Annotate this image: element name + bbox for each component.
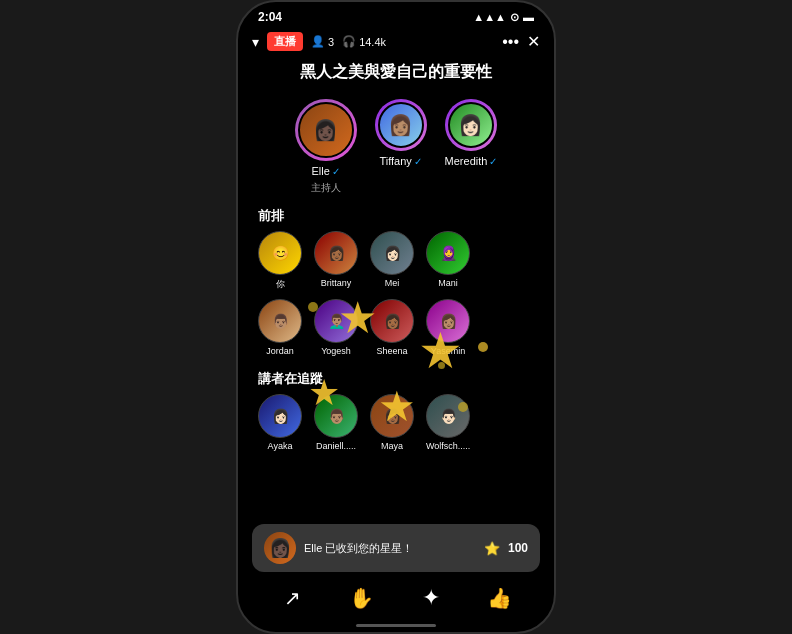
host-item-elle[interactable]: 👩🏿 Elle ✓ 主持人: [295, 99, 357, 195]
nav-bar: ▾ 直播 👤 3 🎧 14.4k ••• ✕: [238, 28, 554, 55]
notification-bar: 👩🏿 Elle 已收到您的星星！ ⭐ 100: [252, 524, 540, 572]
list-item[interactable]: 👩🏻 Ayaka: [258, 394, 302, 451]
wifi-icon: ⊙: [510, 11, 519, 24]
signal-icon: ▲▲▲: [473, 11, 506, 23]
mani-avatar: 🧕: [426, 231, 470, 275]
chevron-down-icon[interactable]: ▾: [252, 34, 259, 50]
elle-role: 主持人: [311, 181, 341, 195]
following-label: 講者在追蹤: [238, 368, 554, 394]
phone-frame: 2:04 ▲▲▲ ⊙ ▬ ▾ 直播 👤 3 🎧 14.4k ••• ✕ 黑人之美…: [236, 0, 556, 634]
list-item[interactable]: 👩🏾 Brittany: [314, 231, 358, 291]
list-item[interactable]: 👩🏾 Sheena: [370, 299, 414, 356]
title-section: 黑人之美與愛自己的重要性: [238, 55, 554, 93]
hosts-section: 👩🏿 Elle ✓ 主持人 👩🏽 Tiffany ✓: [238, 93, 554, 205]
list-item[interactable]: 🧕 Mani: [426, 231, 470, 291]
list-item[interactable]: 👨🏽 Jordan: [258, 299, 302, 356]
list-item[interactable]: 👨🏽 Daniell.....: [314, 394, 358, 451]
listener-icon: 👤: [311, 35, 325, 48]
front-row-label: 前排: [238, 205, 554, 231]
list-item[interactable]: 👨🏽‍🦱 Yogesh: [314, 299, 358, 356]
elle-avatar-container: 👩🏿: [295, 99, 357, 161]
meredith-name: Meredith ✓: [445, 155, 498, 167]
headphone-count: 🎧 14.4k: [342, 35, 386, 48]
list-item[interactable]: 😊 你: [258, 231, 302, 291]
daniell-avatar: 👨🏽: [314, 394, 358, 438]
headphone-icon: 🎧: [342, 35, 356, 48]
tiffany-name: Tiffany ✓: [379, 155, 421, 167]
listener-count: 👤 3: [311, 35, 334, 48]
list-item[interactable]: 👨🏻 Wolfsch.....: [426, 394, 470, 451]
live-badge: 直播: [267, 32, 303, 51]
front-row-2: 👨🏽 Jordan 👨🏽‍🦱 Yogesh 👩🏾 Sheena 👩🏽 Yasem…: [238, 299, 554, 364]
battery-icon: ▬: [523, 11, 534, 23]
ayaka-avatar: 👩🏻: [258, 394, 302, 438]
meredith-avatar-container: 👩🏻: [445, 99, 497, 151]
sheena-avatar: 👩🏾: [370, 299, 414, 343]
star-button[interactable]: ✦: [413, 580, 449, 616]
tiffany-avatar-container: 👩🏽: [375, 99, 427, 151]
host-item-meredith[interactable]: 👩🏻 Meredith ✓: [445, 99, 498, 195]
notification-avatar: 👩🏿: [264, 532, 296, 564]
tiffany-avatar-ring: 👩🏽: [375, 99, 427, 151]
notification-star-icon: ⭐: [484, 541, 500, 556]
status-bar: 2:04 ▲▲▲ ⊙ ▬: [238, 2, 554, 28]
elle-verified-icon: ✓: [332, 166, 340, 177]
bottom-toolbar: ↗ ✋ ✦ 👍: [238, 580, 554, 616]
jordan-avatar: 👨🏽: [258, 299, 302, 343]
share-button[interactable]: ↗: [275, 580, 311, 616]
notification-count: 100: [508, 541, 528, 555]
time: 2:04: [258, 10, 282, 24]
meredith-avatar-ring: 👩🏻: [445, 99, 497, 151]
meredith-verified-icon: ✓: [489, 156, 497, 167]
notification-text: Elle 已收到您的星星！: [304, 541, 476, 556]
raise-hand-button[interactable]: ✋: [344, 580, 380, 616]
tiffany-avatar: 👩🏽: [378, 102, 424, 148]
more-button[interactable]: •••: [502, 33, 519, 51]
yasemin-avatar: 👩🏽: [426, 299, 470, 343]
home-indicator: [356, 624, 436, 627]
elle-name: Elle ✓: [311, 165, 339, 177]
elle-avatar: 👩🏿: [298, 102, 354, 158]
meredith-avatar: 👩🏻: [448, 102, 494, 148]
mei-avatar: 👩🏻: [370, 231, 414, 275]
list-item[interactable]: 👩🏾 Maya: [370, 394, 414, 451]
following-row: 👩🏻 Ayaka 👨🏽 Daniell..... 👩🏾 Maya 👨🏻 Wolf…: [238, 394, 554, 459]
brittany-avatar: 👩🏾: [314, 231, 358, 275]
front-row-1: 😊 你 👩🏾 Brittany 👩🏻 Mei 🧕 Mani: [238, 231, 554, 299]
host-item-tiffany[interactable]: 👩🏽 Tiffany ✓: [375, 99, 427, 195]
list-item[interactable]: 👩🏻 Mei: [370, 231, 414, 291]
tiffany-verified-icon: ✓: [414, 156, 422, 167]
room-title: 黑人之美與愛自己的重要性: [258, 61, 534, 83]
yogesh-avatar: 👨🏽‍🦱: [314, 299, 358, 343]
status-icons: ▲▲▲ ⊙ ▬: [473, 11, 534, 24]
you-avatar: 😊: [258, 231, 302, 275]
close-button[interactable]: ✕: [527, 32, 540, 51]
like-button[interactable]: 👍: [482, 580, 518, 616]
elle-avatar-ring: 👩🏿: [295, 99, 357, 161]
list-item[interactable]: 👩🏽 Yasemin: [426, 299, 470, 356]
maya-avatar: 👩🏾: [370, 394, 414, 438]
wolfsch-avatar: 👨🏻: [426, 394, 470, 438]
